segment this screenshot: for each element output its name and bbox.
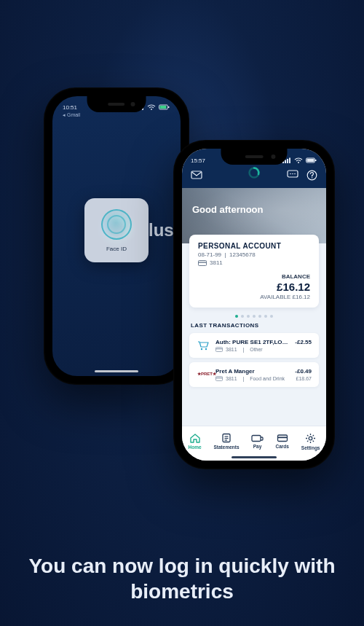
statements-icon: [221, 433, 232, 443]
svg-line-48: [307, 440, 308, 441]
svg-point-41: [309, 437, 312, 440]
battery-icon: [159, 104, 170, 110]
svg-line-46: [307, 435, 308, 436]
nav-cards[interactable]: Cards: [275, 434, 288, 449]
nav-label: Pay: [253, 444, 262, 449]
transaction-row[interactable]: Auth: PURE SE1 2TF,LONDON… -£2.55 3811 |…: [189, 333, 319, 358]
svg-rect-29: [216, 348, 223, 352]
battery-icon: [306, 157, 317, 163]
chat-icon: [287, 170, 298, 180]
balance-label: BALANCE: [198, 273, 310, 280]
inbox-button[interactable]: [191, 169, 202, 181]
help-icon: [306, 170, 317, 181]
bottom-nav: Home Statements Pay Cards Settings: [182, 426, 326, 461]
help-button[interactable]: [306, 169, 317, 181]
last-tx-heading: LAST TRANSACTIONS: [191, 322, 319, 329]
promo-caption: You can now log in quickly with biometri…: [0, 553, 364, 604]
svg-line-49: [313, 435, 314, 436]
tx-merchant: Pret A Manger: [215, 368, 255, 375]
nav-pay[interactable]: Pay: [251, 434, 263, 449]
faceid-icon: [101, 209, 132, 240]
svg-rect-25: [199, 260, 207, 265]
svg-rect-12: [289, 158, 290, 164]
nav-label: Settings: [301, 445, 320, 450]
card-icon: [215, 347, 223, 352]
svg-point-21: [292, 173, 293, 175]
transaction-row[interactable]: ★PRET★ Pret A Manger -£0.49 3811 | Food …: [189, 362, 319, 387]
tx-amount: -£2.55: [295, 339, 312, 345]
nav-settings[interactable]: Settings: [301, 433, 320, 450]
mail-icon: [191, 171, 202, 179]
cart-icon: [197, 340, 210, 351]
greeting: Good afternoon: [192, 204, 316, 215]
svg-rect-33: [216, 377, 223, 378]
account-numbers: 08-71-99 | 12345678: [198, 251, 310, 258]
chat-button[interactable]: [287, 169, 298, 181]
card-icon: [198, 260, 207, 266]
svg-rect-40: [277, 437, 287, 438]
svg-rect-10: [285, 160, 286, 164]
tx-meta: 3811 | Food and Drink: [215, 376, 285, 381]
nav-label: Statements: [213, 445, 239, 450]
brand-text-partial: lus: [149, 220, 174, 240]
notch: [87, 96, 146, 112]
status-time: 10:51: [63, 104, 77, 111]
phone-right: 15:57: [173, 140, 335, 469]
cards-icon: [277, 434, 288, 442]
svg-rect-7: [168, 106, 170, 108]
svg-rect-6: [160, 106, 167, 109]
svg-point-24: [311, 177, 312, 179]
svg-point-13: [298, 162, 299, 163]
pret-icon: ★PRET★: [197, 369, 210, 377]
notch: [221, 149, 287, 165]
balance-amount: £16.12: [198, 281, 310, 293]
faceid-label: Face ID: [106, 246, 127, 252]
svg-point-27: [201, 348, 202, 350]
content-area: PERSONAL ACCOUNT 08-71-99 | 12345678 381…: [182, 243, 326, 387]
svg-text:★PRET★: ★PRET★: [197, 372, 217, 376]
status-back-app[interactable]: ◂ Gmail: [52, 112, 181, 118]
svg-rect-16: [315, 160, 317, 161]
svg-point-28: [205, 348, 207, 350]
svg-line-47: [313, 440, 314, 441]
pay-icon: [251, 434, 263, 442]
phone-left-screen: 10:51 ◂ Gmail lus Face ID: [52, 96, 181, 376]
wifi-icon: [147, 104, 156, 110]
tx-meta: 3811 | Other: [215, 347, 312, 352]
svg-point-22: [294, 173, 296, 175]
account-card-mask: 3811: [198, 259, 310, 266]
card-icon: [215, 376, 223, 381]
nav-home[interactable]: Home: [188, 433, 201, 450]
svg-rect-15: [307, 159, 314, 162]
svg-rect-11: [287, 159, 288, 163]
home-icon: [189, 433, 201, 443]
svg-point-20: [290, 173, 291, 175]
svg-rect-26: [199, 262, 207, 262]
wifi-icon: [294, 157, 303, 163]
tx-amount-secondary: £18.67: [296, 376, 312, 381]
nav-label: Cards: [275, 444, 288, 449]
home-indicator[interactable]: [95, 370, 138, 372]
nav-statements[interactable]: Statements: [213, 433, 239, 450]
status-time: 15:57: [191, 157, 205, 164]
phone-left: 10:51 ◂ Gmail lus Face ID: [44, 87, 189, 385]
available-balance: AVAILABLE £16.12: [198, 294, 310, 300]
gear-icon: [305, 433, 316, 444]
carousel-dots[interactable]: [189, 315, 319, 318]
nav-label: Home: [188, 445, 201, 450]
home-indicator[interactable]: [232, 456, 277, 458]
svg-rect-32: [216, 377, 223, 381]
svg-point-4: [151, 109, 152, 110]
brand-logo-small: [248, 166, 261, 182]
account-card[interactable]: PERSONAL ACCOUNT 08-71-99 | 12345678 381…: [189, 235, 319, 308]
svg-rect-39: [277, 435, 287, 442]
svg-rect-30: [216, 348, 223, 349]
svg-rect-38: [252, 436, 261, 442]
tx-amount: -£0.49: [295, 368, 312, 375]
phone-right-screen: 15:57: [182, 149, 326, 461]
tx-merchant: Auth: PURE SE1 2TF,LONDON…: [215, 339, 290, 345]
account-name: PERSONAL ACCOUNT: [198, 242, 310, 250]
faceid-prompt[interactable]: Face ID: [84, 198, 149, 262]
